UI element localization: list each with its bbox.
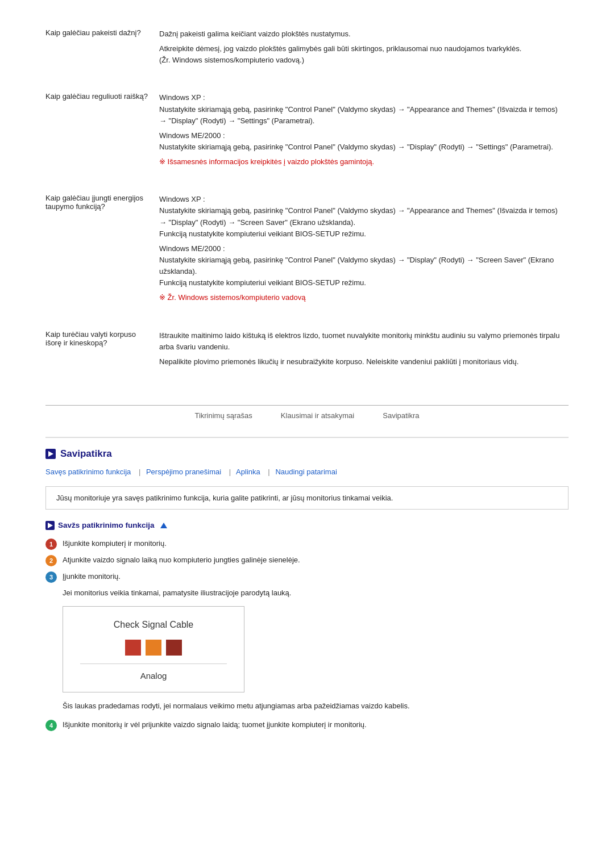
faq-answer-p-1-1: Windows ME/2000 :Nustatykite skiriamąją … xyxy=(159,130,561,153)
faq-answer-p-2-2: ※ Žr. Windows sistemos/kompiuterio vadov… xyxy=(159,292,561,303)
sep3: | xyxy=(268,468,269,476)
spacer-row-2 xyxy=(45,313,569,324)
section-title: Savipatikra xyxy=(45,448,569,460)
steps-list: 1Išjunkite kompiuterį ir monitorių.2Atju… xyxy=(45,538,569,692)
sub-nav: Savęs patikrinimo funkcija | Perspėjimo … xyxy=(45,468,569,476)
faq-question-0: Kaip galėčiau pakeisti dažnį? xyxy=(45,23,159,75)
faq-answer-p-3-0: Ištraukite maitinimo laido kištuką iš el… xyxy=(159,330,561,353)
sep2: | xyxy=(229,468,231,476)
triangle-up-icon xyxy=(160,523,167,528)
step-num-3: 3 xyxy=(45,571,57,583)
faq-answer-0: Dažnį pakeisti galima keičiant vaizdo pl… xyxy=(159,23,569,75)
faq-row-1: Kaip galėčiau reguliuoti raišką?Windows … xyxy=(45,86,569,177)
faq-question-1: Kaip galėčiau reguliuoti raišką? xyxy=(45,86,159,177)
step-text-1: Išjunkite kompiuterį ir monitorių. xyxy=(63,538,167,549)
section-title-text: Savipatikra xyxy=(60,448,112,460)
signal-squares xyxy=(80,640,227,656)
faq-row-2: Kaip galėčiau įjungti energijos taupymo … xyxy=(45,188,569,312)
section-title-icon xyxy=(45,449,56,459)
sub-nav-link-4[interactable]: Naudingi patarimai xyxy=(275,468,337,476)
step-4: 4 Išjunkite monitorių ir vėl prijunkite … xyxy=(45,719,569,731)
nav-link-1[interactable]: Tikrinimų sąrašas xyxy=(194,411,252,420)
main-container: Kaip galėčiau pakeisti dažnį?Dažnį pakei… xyxy=(0,0,614,764)
step-item-2: 2Atjunkite vaizdo signalo laiką nuo komp… xyxy=(45,554,569,566)
signal-box-wrapper: Check Signal CableAnalog xyxy=(45,606,569,692)
faq-answer-p-2-1: Windows ME/2000 :Nustatykite skiriamąją … xyxy=(159,243,561,289)
savzs-icon xyxy=(45,521,55,530)
step4-list: 4 Išjunkite monitorių ir vėl prijunkite … xyxy=(45,719,569,731)
faq-answer-p-2-0: Windows XP :Nustatykite skiriamąją gebą,… xyxy=(159,194,561,240)
faq-answer-p-1-2: ※ Išsamesnės informacijos kreipkitės į v… xyxy=(159,156,561,168)
spacer-row-1 xyxy=(45,177,569,188)
info-text: Jūsų monitoriuje yra savęs patikrinimo f… xyxy=(56,494,393,502)
signal-square-1 xyxy=(146,640,161,656)
savipatikra-section: Savipatikra Savęs patikrinimo funkcija |… xyxy=(45,437,569,732)
faq-row-3: Kaip turėčiau valyti korpuso išorę ir ki… xyxy=(45,324,569,377)
bottom-nav: Tikrinimų sąrašas Klausimai ir atsakymai… xyxy=(45,405,569,420)
sub-nav-link-1[interactable]: Savęs patikrinimo funkcija xyxy=(45,468,131,476)
signal-square-2 xyxy=(166,640,182,656)
step-item-1: 1Išjunkite kompiuterį ir monitorių. xyxy=(45,538,569,550)
faq-question-2: Kaip galėčiau įjungti energijos taupymo … xyxy=(45,188,159,312)
after-box-text: Šis laukas pradedamas rodyti, jei normal… xyxy=(63,700,569,712)
sep1: | xyxy=(139,468,140,476)
signal-box-title: Check Signal Cable xyxy=(80,618,227,632)
faq-answer-1: Windows XP :Nustatykite skiriamąją gebą,… xyxy=(159,86,569,177)
step-text-3: Įjunkite monitorių. xyxy=(63,571,121,582)
faq-answer-3: Ištraukite maitinimo laido kištuką iš el… xyxy=(159,324,569,377)
step3-indent: Jei monitorius veikia tinkamai, pamatysi… xyxy=(63,587,569,599)
savzs-header: Savžs patikrinimo funkcija xyxy=(45,521,569,530)
after-box-text-content: Šis laukas pradedamas rodyti, jei normal… xyxy=(63,702,410,710)
step-num-2: 2 xyxy=(45,555,57,566)
faq-answer-2: Windows XP :Nustatykite skiriamąją gebą,… xyxy=(159,188,569,312)
savzs-label: Savžs patikrinimo funkcija xyxy=(58,521,155,529)
signal-square-0 xyxy=(125,640,141,656)
nav-link-2[interactable]: Klausimai ir atsakymai xyxy=(281,411,354,420)
signal-box-subtitle: Analog xyxy=(80,663,227,683)
faq-row-0: Kaip galėčiau pakeisti dažnį?Dažnį pakei… xyxy=(45,23,569,75)
step-num-1: 1 xyxy=(45,539,57,550)
faq-answer-p-3-1: Nepalikite plovimo priemonės likučių ir … xyxy=(159,356,561,368)
info-box: Jūsų monitoriuje yra savęs patikrinimo f… xyxy=(45,486,569,510)
faq-answer-p-1-0: Windows XP :Nustatykite skiriamąją gebą,… xyxy=(159,92,561,126)
faq-answer-p-0-0: Dažnį pakeisti galima keičiant vaizdo pl… xyxy=(159,28,561,40)
spacer-row-0 xyxy=(45,75,569,86)
spacer-row-3 xyxy=(45,377,569,388)
step-num-4: 4 xyxy=(45,720,57,731)
nav-link-3[interactable]: Savipatikra xyxy=(383,411,419,420)
signal-box: Check Signal CableAnalog xyxy=(63,606,244,692)
faq-question-3: Kaip turėčiau valyti korpuso išorę ir ki… xyxy=(45,324,159,377)
step-item-3: 3Įjunkite monitorių. xyxy=(45,571,569,583)
step-4-text: Išjunkite monitorių ir vėl prijunkite va… xyxy=(63,719,367,731)
sub-nav-link-3[interactable]: Aplinka xyxy=(236,468,260,476)
step-text-2: Atjunkite vaizdo signalo laiką nuo kompi… xyxy=(63,554,300,566)
faq-table: Kaip galėčiau pakeisti dažnį?Dažnį pakei… xyxy=(45,23,569,388)
faq-answer-p-0-1: Atkreipkite dėmesį, jog vaizdo plokštės … xyxy=(159,43,561,66)
sub-nav-link-2[interactable]: Perspėjimo pranešimai xyxy=(146,468,221,476)
